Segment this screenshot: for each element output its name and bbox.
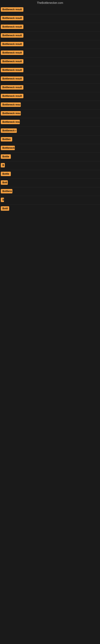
- bottleneck-result-badge[interactable]: B: [1, 198, 4, 202]
- bottleneck-result-badge[interactable]: Bottleneck result: [1, 50, 23, 55]
- bottleneck-result-badge[interactable]: Bottleneck result: [1, 33, 23, 38]
- bottleneck-result-badge[interactable]: Bottleneck result: [1, 68, 23, 72]
- bottleneck-result-badge[interactable]: Bottleneck: [1, 146, 15, 150]
- bottleneck-result-badge[interactable]: Bottleneck result: [1, 16, 23, 20]
- list-item: Bottleneck r: [0, 127, 100, 136]
- list-item: Bottleneck result: [0, 40, 100, 49]
- list-item: B: [0, 162, 100, 170]
- bottleneck-result-badge[interactable]: Bottleneck r: [1, 128, 17, 133]
- bottleneck-result-badge[interactable]: Bottleneck resu: [1, 120, 20, 124]
- bottleneck-result-badge[interactable]: Bottleneck result: [1, 24, 23, 29]
- list-item: Bottleneck result: [0, 66, 100, 75]
- badges-container: Bottleneck resultBottleneck resultBottle…: [0, 6, 100, 213]
- list-item: Bottleneck result: [0, 32, 100, 40]
- list-item: Bottleneck resu: [0, 101, 100, 110]
- bottleneck-result-badge[interactable]: Bottleneck resu: [1, 111, 21, 116]
- site-title: TheBottlenecker.com: [0, 0, 100, 6]
- bottleneck-result-badge[interactable]: Bottleneck result: [1, 94, 23, 98]
- bottleneck-result-badge[interactable]: Bottlen: [1, 137, 12, 142]
- bottleneck-result-badge[interactable]: Bott: [1, 180, 8, 185]
- list-item: Bottleneck result: [0, 58, 100, 66]
- list-item: B: [0, 196, 100, 205]
- list-item: Bottleneck result: [0, 6, 100, 14]
- bottleneck-result-badge[interactable]: Bottleneck result: [1, 59, 23, 64]
- list-item: Bottleneck resu: [0, 110, 100, 118]
- list-item: Bottleneck resu: [0, 118, 100, 127]
- list-item: Bottlens: [0, 187, 100, 196]
- list-item: Bottleneck result: [0, 75, 100, 84]
- list-item: Bottl: [0, 205, 100, 213]
- list-item: Bottle: [0, 170, 100, 179]
- list-item: Bottlen: [0, 136, 100, 144]
- bottleneck-result-badge[interactable]: Bottl: [1, 206, 9, 211]
- bottleneck-result-badge[interactable]: Bottleneck resu: [1, 102, 21, 107]
- bottleneck-result-badge[interactable]: Bottleneck result: [1, 76, 23, 81]
- list-item: Bottleneck result: [0, 23, 100, 32]
- bottleneck-result-badge[interactable]: Bottleneck result: [1, 85, 23, 90]
- list-item: Bottleneck result: [0, 49, 100, 58]
- list-item: Bottleneck result: [0, 92, 100, 101]
- site-header: TheBottlenecker.com: [0, 0, 100, 6]
- list-item: Bottleneck result: [0, 14, 100, 23]
- bottleneck-result-badge[interactable]: Bottlens: [1, 189, 12, 194]
- list-item: Bott: [0, 179, 100, 187]
- bottleneck-result-badge[interactable]: Bottleneck result: [1, 7, 23, 12]
- bottleneck-result-badge[interactable]: Bottleneck result: [1, 42, 23, 46]
- bottleneck-result-badge[interactable]: Bottle: [1, 172, 11, 176]
- list-item: Bottleneck: [0, 144, 100, 153]
- list-item: Bottleneck result: [0, 84, 100, 92]
- bottleneck-result-badge[interactable]: B: [1, 163, 5, 168]
- list-item: Bottle: [0, 153, 100, 162]
- bottleneck-result-badge[interactable]: Bottle: [1, 154, 11, 159]
